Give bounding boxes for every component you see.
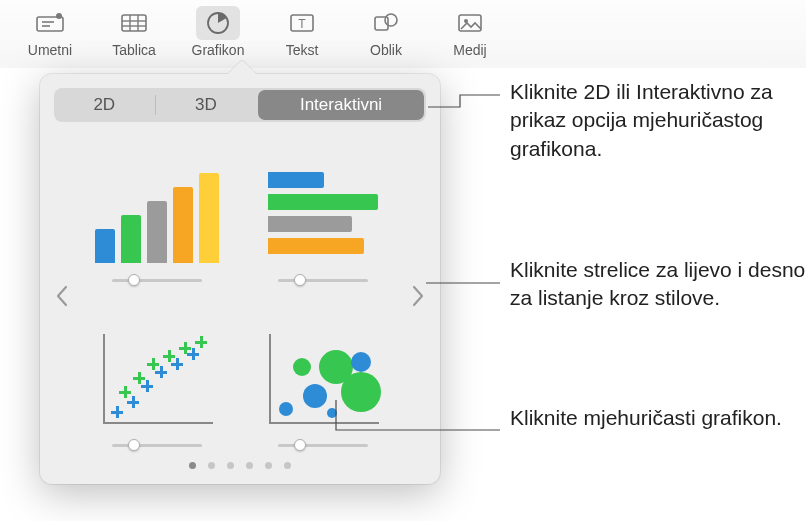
- toolbar-table[interactable]: Tablica: [92, 6, 176, 68]
- chart-grid: [40, 136, 440, 456]
- callout-top: Kliknite 2D ili Interaktivno za prikaz o…: [510, 78, 806, 163]
- chart-style-scatter[interactable]: [88, 305, 226, 452]
- bar-chart-preview: [97, 163, 217, 263]
- page-dots[interactable]: [40, 462, 440, 469]
- seg-interactive-label: Interaktivni: [300, 95, 382, 115]
- chart-style-area: [40, 136, 440, 456]
- chart-style-bubble[interactable]: [254, 305, 392, 452]
- toolbar: Umetni Tablica Grafikon T Tekst Oblik Me…: [0, 0, 806, 68]
- svg-text:T: T: [298, 17, 306, 31]
- toolbar-media[interactable]: Medij: [428, 6, 512, 68]
- svg-point-3: [56, 13, 62, 19]
- callout-top-text: Kliknite 2D ili Interaktivno za prikaz o…: [510, 78, 806, 163]
- shape-icon: [364, 6, 408, 40]
- insert-icon: [28, 6, 72, 40]
- scatter-slider[interactable]: [112, 438, 202, 452]
- bar-slider[interactable]: [112, 273, 202, 287]
- text-icon: T: [280, 6, 324, 40]
- scatter-chart-preview: [97, 328, 217, 428]
- page-dot[interactable]: [246, 462, 253, 469]
- page-dot[interactable]: [189, 462, 196, 469]
- toolbar-text[interactable]: T Tekst: [260, 6, 344, 68]
- page-dot[interactable]: [284, 462, 291, 469]
- hbar-slider[interactable]: [278, 273, 368, 287]
- seg-2d[interactable]: 2D: [54, 88, 155, 122]
- hbar-chart-preview: [263, 163, 383, 263]
- seg-3d[interactable]: 3D: [156, 88, 257, 122]
- toolbar-insert[interactable]: Umetni: [8, 6, 92, 68]
- chart-popover: 2D 3D Interaktivni: [40, 74, 440, 484]
- svg-point-13: [385, 14, 397, 26]
- callout-mid: Kliknite strelice za lijevo i desno za l…: [510, 256, 806, 313]
- svg-rect-4: [122, 15, 146, 31]
- chart-style-hbar[interactable]: [254, 140, 392, 287]
- toolbar-insert-label: Umetni: [28, 42, 72, 58]
- callout-bottom: Kliknite mjehuričasti grafikon.: [510, 404, 782, 432]
- nav-left-arrow[interactable]: [48, 276, 76, 316]
- table-icon: [112, 6, 156, 40]
- callout-mid-text: Kliknite strelice za lijevo i desno za l…: [510, 256, 806, 313]
- seg-interactive[interactable]: Interaktivni: [258, 90, 424, 120]
- nav-right-arrow[interactable]: [404, 276, 432, 316]
- toolbar-table-label: Tablica: [112, 42, 156, 58]
- toolbar-shape[interactable]: Oblik: [344, 6, 428, 68]
- page-dot[interactable]: [227, 462, 234, 469]
- bubble-chart-preview: [263, 328, 383, 428]
- toolbar-chart[interactable]: Grafikon: [176, 6, 260, 68]
- toolbar-chart-label: Grafikon: [192, 42, 245, 58]
- segmented-control: 2D 3D Interaktivni: [54, 88, 426, 122]
- callout-bottom-text: Kliknite mjehuričasti grafikon.: [510, 404, 782, 432]
- media-icon: [448, 6, 492, 40]
- seg-2d-label: 2D: [93, 95, 115, 115]
- toolbar-text-label: Tekst: [286, 42, 319, 58]
- bubble-slider[interactable]: [278, 438, 368, 452]
- toolbar-shape-label: Oblik: [370, 42, 402, 58]
- chart-style-bar[interactable]: [88, 140, 226, 287]
- seg-3d-label: 3D: [195, 95, 217, 115]
- svg-rect-0: [37, 17, 63, 31]
- page-dot[interactable]: [265, 462, 272, 469]
- chart-icon: [196, 6, 240, 40]
- page-dot[interactable]: [208, 462, 215, 469]
- toolbar-media-label: Medij: [453, 42, 486, 58]
